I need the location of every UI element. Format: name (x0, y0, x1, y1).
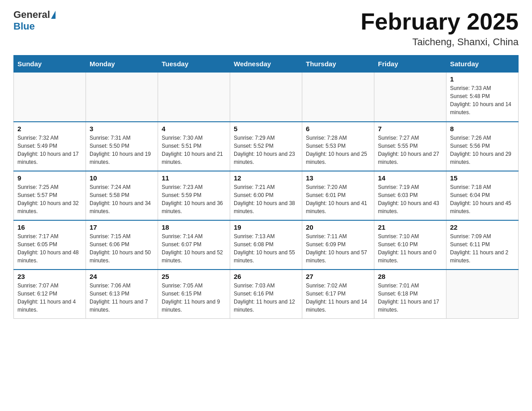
calendar-week-row: 23Sunrise: 7:07 AM Sunset: 6:12 PM Dayli… (14, 270, 519, 319)
logo-triangle-icon (51, 11, 56, 19)
weekday-header-friday: Friday (374, 56, 446, 73)
day-info: Sunrise: 7:17 AM Sunset: 6:05 PM Dayligh… (17, 232, 82, 265)
day-info: Sunrise: 7:07 AM Sunset: 6:12 PM Dayligh… (17, 282, 82, 314)
calendar-day-cell: 4Sunrise: 7:30 AM Sunset: 5:51 PM Daylig… (158, 122, 230, 171)
day-number: 2 (17, 125, 82, 133)
day-info: Sunrise: 7:14 AM Sunset: 6:07 PM Dayligh… (162, 232, 226, 265)
day-info: Sunrise: 7:18 AM Sunset: 6:04 PM Dayligh… (450, 183, 515, 215)
calendar-day-cell: 11Sunrise: 7:23 AM Sunset: 5:59 PM Dayli… (158, 171, 230, 220)
day-info: Sunrise: 7:21 AM Sunset: 6:00 PM Dayligh… (234, 183, 298, 215)
weekday-header-wednesday: Wednesday (230, 56, 302, 73)
day-info: Sunrise: 7:13 AM Sunset: 6:08 PM Dayligh… (234, 232, 298, 265)
day-number: 8 (450, 125, 515, 133)
calendar-day-cell: 15Sunrise: 7:18 AM Sunset: 6:04 PM Dayli… (446, 171, 519, 220)
calendar-day-cell: 8Sunrise: 7:26 AM Sunset: 5:56 PM Daylig… (446, 122, 519, 171)
day-info: Sunrise: 7:19 AM Sunset: 6:03 PM Dayligh… (378, 183, 442, 215)
calendar-day-cell: 1Sunrise: 7:33 AM Sunset: 5:48 PM Daylig… (446, 73, 519, 122)
calendar-day-cell: 20Sunrise: 7:11 AM Sunset: 6:09 PM Dayli… (302, 220, 374, 270)
day-number: 5 (234, 125, 298, 133)
calendar-day-cell: 13Sunrise: 7:20 AM Sunset: 6:01 PM Dayli… (302, 171, 374, 220)
day-info: Sunrise: 7:03 AM Sunset: 6:16 PM Dayligh… (234, 282, 298, 314)
day-info: Sunrise: 7:27 AM Sunset: 5:55 PM Dayligh… (378, 134, 442, 166)
day-info: Sunrise: 7:28 AM Sunset: 5:53 PM Dayligh… (306, 134, 370, 166)
day-info: Sunrise: 7:05 AM Sunset: 6:15 PM Dayligh… (162, 282, 226, 314)
day-number: 17 (90, 223, 154, 231)
weekday-header-sunday: Sunday (14, 56, 86, 73)
calendar-day-cell: 23Sunrise: 7:07 AM Sunset: 6:12 PM Dayli… (14, 270, 86, 319)
day-info: Sunrise: 7:06 AM Sunset: 6:13 PM Dayligh… (90, 282, 154, 314)
weekday-header-monday: Monday (86, 56, 158, 73)
day-info: Sunrise: 7:15 AM Sunset: 6:06 PM Dayligh… (90, 232, 154, 265)
calendar-day-cell: 12Sunrise: 7:21 AM Sunset: 6:00 PM Dayli… (230, 171, 302, 220)
calendar-day-cell: 27Sunrise: 7:02 AM Sunset: 6:17 PM Dayli… (302, 270, 374, 319)
day-number: 22 (450, 223, 515, 231)
day-number: 10 (90, 174, 154, 182)
calendar-body: 1Sunrise: 7:33 AM Sunset: 5:48 PM Daylig… (14, 73, 519, 319)
weekday-header-thursday: Thursday (302, 56, 374, 73)
day-info: Sunrise: 7:09 AM Sunset: 6:11 PM Dayligh… (450, 232, 515, 265)
day-info: Sunrise: 7:23 AM Sunset: 5:59 PM Dayligh… (162, 183, 226, 215)
day-number: 9 (17, 174, 82, 182)
calendar-day-cell: 7Sunrise: 7:27 AM Sunset: 5:55 PM Daylig… (374, 122, 446, 171)
day-number: 7 (378, 125, 442, 133)
day-info: Sunrise: 7:24 AM Sunset: 5:58 PM Dayligh… (90, 183, 154, 215)
day-info: Sunrise: 7:33 AM Sunset: 5:48 PM Dayligh… (450, 84, 515, 116)
calendar-day-cell (374, 73, 446, 122)
day-info: Sunrise: 7:11 AM Sunset: 6:09 PM Dayligh… (306, 232, 370, 265)
day-number: 28 (378, 273, 442, 280)
calendar-day-cell: 3Sunrise: 7:31 AM Sunset: 5:50 PM Daylig… (86, 122, 158, 171)
day-number: 19 (234, 223, 298, 231)
day-number: 20 (306, 223, 370, 231)
calendar-day-cell: 25Sunrise: 7:05 AM Sunset: 6:15 PM Dayli… (158, 270, 230, 319)
day-info: Sunrise: 7:02 AM Sunset: 6:17 PM Dayligh… (306, 282, 370, 314)
calendar-week-row: 9Sunrise: 7:25 AM Sunset: 5:57 PM Daylig… (14, 171, 519, 220)
day-info: Sunrise: 7:31 AM Sunset: 5:50 PM Dayligh… (90, 134, 154, 166)
calendar-day-cell: 16Sunrise: 7:17 AM Sunset: 6:05 PM Dayli… (14, 220, 86, 270)
day-number: 25 (162, 273, 226, 280)
calendar-day-cell (86, 73, 158, 122)
logo-blue-text: Blue (13, 21, 35, 32)
calendar-table: SundayMondayTuesdayWednesdayThursdayFrid… (13, 55, 519, 319)
page-header: General Blue February 2025 Taicheng, Sha… (13, 9, 519, 48)
day-number: 3 (90, 125, 154, 133)
calendar-day-cell: 22Sunrise: 7:09 AM Sunset: 6:11 PM Dayli… (446, 220, 519, 270)
calendar-day-cell: 6Sunrise: 7:28 AM Sunset: 5:53 PM Daylig… (302, 122, 374, 171)
calendar-day-cell: 9Sunrise: 7:25 AM Sunset: 5:57 PM Daylig… (14, 171, 86, 220)
day-number: 27 (306, 273, 370, 280)
calendar-day-cell (230, 73, 302, 122)
weekday-header-row: SundayMondayTuesdayWednesdayThursdayFrid… (14, 56, 519, 73)
calendar-header: SundayMondayTuesdayWednesdayThursdayFrid… (14, 56, 519, 73)
calendar-day-cell: 19Sunrise: 7:13 AM Sunset: 6:08 PM Dayli… (230, 220, 302, 270)
calendar-week-row: 1Sunrise: 7:33 AM Sunset: 5:48 PM Daylig… (14, 73, 519, 122)
weekday-header-saturday: Saturday (446, 56, 519, 73)
day-number: 24 (90, 273, 154, 280)
calendar-day-cell: 14Sunrise: 7:19 AM Sunset: 6:03 PM Dayli… (374, 171, 446, 220)
day-info: Sunrise: 7:30 AM Sunset: 5:51 PM Dayligh… (162, 134, 226, 166)
calendar-day-cell: 2Sunrise: 7:32 AM Sunset: 5:49 PM Daylig… (14, 122, 86, 171)
day-info: Sunrise: 7:10 AM Sunset: 6:10 PM Dayligh… (378, 232, 442, 265)
calendar-day-cell: 5Sunrise: 7:29 AM Sunset: 5:52 PM Daylig… (230, 122, 302, 171)
day-number: 26 (234, 273, 298, 280)
calendar-day-cell (446, 270, 519, 319)
day-number: 14 (378, 174, 442, 182)
day-info: Sunrise: 7:29 AM Sunset: 5:52 PM Dayligh… (234, 134, 298, 166)
day-info: Sunrise: 7:25 AM Sunset: 5:57 PM Dayligh… (17, 183, 82, 215)
calendar-day-cell: 28Sunrise: 7:01 AM Sunset: 6:18 PM Dayli… (374, 270, 446, 319)
logo: General Blue (13, 9, 56, 32)
day-info: Sunrise: 7:01 AM Sunset: 6:18 PM Dayligh… (378, 282, 442, 314)
title-block: February 2025 Taicheng, Shanxi, China (360, 9, 519, 48)
logo-general-text: General (13, 9, 50, 21)
calendar-day-cell: 21Sunrise: 7:10 AM Sunset: 6:10 PM Dayli… (374, 220, 446, 270)
day-number: 6 (306, 125, 370, 133)
calendar-day-cell: 10Sunrise: 7:24 AM Sunset: 5:58 PM Dayli… (86, 171, 158, 220)
calendar-week-row: 16Sunrise: 7:17 AM Sunset: 6:05 PM Dayli… (14, 220, 519, 270)
day-number: 1 (450, 75, 515, 83)
day-info: Sunrise: 7:32 AM Sunset: 5:49 PM Dayligh… (17, 134, 82, 166)
day-number: 12 (234, 174, 298, 182)
calendar-week-row: 2Sunrise: 7:32 AM Sunset: 5:49 PM Daylig… (14, 122, 519, 171)
calendar-title: February 2025 (360, 9, 519, 34)
calendar-day-cell (302, 73, 374, 122)
calendar-day-cell (14, 73, 86, 122)
calendar-day-cell: 17Sunrise: 7:15 AM Sunset: 6:06 PM Dayli… (86, 220, 158, 270)
calendar-subtitle: Taicheng, Shanxi, China (360, 36, 519, 48)
